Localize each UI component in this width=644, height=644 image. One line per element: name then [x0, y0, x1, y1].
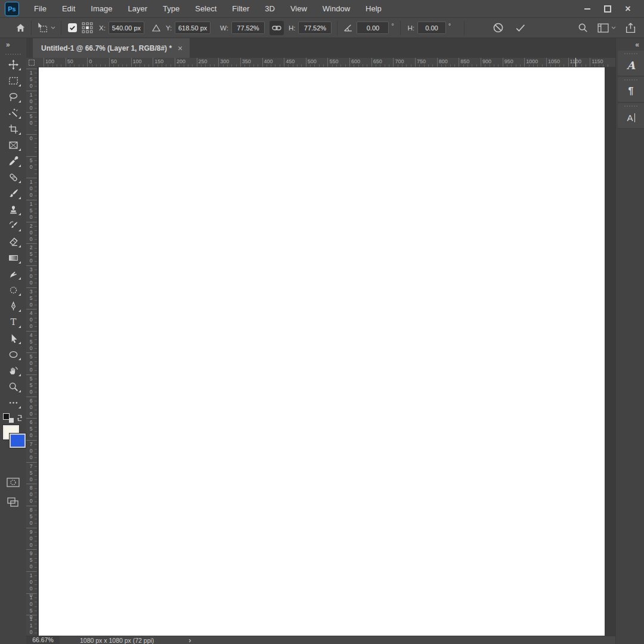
background-color-swatch[interactable]	[10, 434, 26, 448]
menu-file[interactable]: File	[26, 0, 54, 17]
v-ruler-label: 650	[28, 419, 33, 439]
relative-positioning-icon[interactable]	[151, 24, 161, 32]
commit-transform-icon[interactable]	[515, 22, 526, 33]
document-tab[interactable]: Untitled-1 @ 66.7% (Layer 1, RGB/8#) * ×	[33, 38, 190, 58]
menu-window[interactable]: Window	[315, 0, 358, 17]
dodge-tool[interactable]	[0, 282, 26, 298]
rectangular-marquee-tool[interactable]	[0, 73, 26, 89]
menu-view[interactable]: View	[283, 0, 315, 17]
history-brush-tool[interactable]	[0, 218, 26, 234]
status-bar: 66.67% 1080 px x 1080 px (72 ppi) ›	[26, 636, 615, 644]
quick-mask-mode-icon[interactable]	[7, 478, 20, 490]
v-ruler-tick	[26, 593, 37, 594]
horizontal-skew-label: H:	[407, 24, 414, 32]
magic-wand-tool[interactable]	[0, 105, 26, 121]
y-position-input[interactable]	[175, 21, 210, 34]
swap-colors-icon[interactable]	[16, 413, 24, 424]
eraser-tool[interactable]	[0, 234, 26, 250]
vertical-ruler[interactable]: 1501005005010015020025030035040045050055…	[26, 67, 37, 636]
menu-edit[interactable]: Edit	[54, 0, 83, 17]
expand-tools-panel-icon[interactable]: »	[0, 38, 26, 49]
transform-tool-icon[interactable]	[37, 22, 48, 33]
spot-healing-brush-tool[interactable]	[0, 169, 26, 185]
search-icon[interactable]	[578, 23, 588, 33]
h-ruler-label: 100	[133, 58, 142, 64]
v-ruler-label: 100	[28, 179, 33, 199]
move-tool[interactable]	[0, 57, 26, 73]
status-options-chevron-icon[interactable]: ›	[188, 637, 191, 644]
path-selection-tool[interactable]	[0, 330, 26, 346]
zoom-tool[interactable]	[0, 379, 26, 395]
tools-panel-grip[interactable]	[5, 54, 21, 55]
v-ruler-label: 100	[28, 92, 33, 112]
zoom-level-field[interactable]: 66.67%	[26, 636, 60, 644]
h-ruler-tick	[371, 58, 372, 67]
v-ruler-label: 500	[28, 354, 33, 373]
canvas[interactable]	[39, 67, 605, 636]
svg-text:T: T	[10, 317, 16, 327]
rotate-angle-input[interactable]	[357, 21, 389, 34]
maintain-aspect-ratio-icon[interactable]	[270, 21, 284, 35]
v-ruler-label: 900	[28, 529, 33, 549]
frame-tool[interactable]	[0, 137, 26, 153]
smudge-tool[interactable]	[0, 266, 26, 282]
toggle-reference-point-checkbox[interactable]	[68, 23, 77, 32]
options-bar: X: Y: W: H: ° H: °	[0, 18, 644, 38]
horizontal-skew-input[interactable]	[417, 21, 446, 34]
v-ruler-tick	[26, 178, 37, 178]
v-ruler-tick	[26, 134, 37, 135]
menu-filter[interactable]: Filter	[224, 0, 257, 17]
reference-point-locator[interactable]	[82, 22, 93, 33]
panel-glyphs-button[interactable]: A	[618, 103, 644, 129]
workspace-switcher-icon[interactable]	[597, 23, 616, 33]
lasso-tool[interactable]	[0, 89, 26, 105]
h-ruler-tick	[218, 58, 219, 67]
menu-help[interactable]: Help	[358, 0, 389, 17]
document-tab-title: Untitled-1 @ 66.7% (Layer 1, RGB/8#) *	[41, 44, 172, 52]
v-ruler-tick	[26, 69, 37, 69]
share-icon[interactable]	[626, 23, 636, 33]
pen-tool[interactable]	[0, 298, 26, 314]
panel-paragraph-button[interactable]: ¶	[618, 77, 644, 103]
x-position-input[interactable]	[109, 21, 144, 34]
screen-mode-icon[interactable]	[7, 497, 19, 510]
maximize-button[interactable]	[597, 2, 618, 16]
tool-preset-chevron-icon[interactable]	[51, 26, 55, 29]
minimize-button[interactable]	[577, 2, 597, 16]
eyedropper-tool[interactable]	[0, 153, 26, 169]
type-tool[interactable]: T	[0, 314, 26, 330]
edit-toolbar-tool[interactable]	[0, 395, 26, 411]
gradient-tool[interactable]	[0, 250, 26, 266]
panel-dock: « A¶A	[615, 38, 644, 644]
menu-select[interactable]: Select	[187, 0, 224, 17]
v-ruler-label: 150	[28, 70, 33, 89]
hand-tool[interactable]	[0, 363, 26, 379]
height-input[interactable]	[298, 21, 332, 34]
horizontal-ruler[interactable]: 1005005010015020025030035040045050055060…	[37, 58, 615, 67]
h-ruler-label: 700	[395, 58, 404, 64]
panel-character-button[interactable]: A	[618, 51, 644, 76]
menu-layer[interactable]: Layer	[120, 0, 156, 17]
crop-tool[interactable]	[0, 121, 26, 137]
v-ruler-tick	[26, 506, 37, 506]
cancel-transform-icon[interactable]	[493, 22, 504, 33]
close-button[interactable]: ×	[618, 2, 638, 16]
close-icon: ×	[625, 4, 630, 14]
ellipse-tool[interactable]	[0, 346, 26, 363]
v-ruler-label: 800	[28, 485, 33, 504]
clone-stamp-tool[interactable]	[0, 202, 26, 218]
h-ruler-label: 550	[329, 58, 338, 64]
v-ruler-tick	[26, 112, 37, 113]
home-icon[interactable]	[16, 23, 26, 33]
ruler-origin-corner[interactable]	[26, 58, 37, 67]
collapse-panels-icon[interactable]: «	[616, 38, 644, 50]
width-input[interactable]	[231, 21, 265, 34]
menu-image[interactable]: Image	[83, 0, 120, 17]
v-ruler-tick	[26, 265, 37, 266]
v-ruler-tick	[26, 309, 37, 309]
brush-tool[interactable]	[0, 185, 26, 202]
default-colors-icon[interactable]	[3, 413, 14, 423]
menu-type[interactable]: Type	[155, 0, 187, 17]
tab-close-icon[interactable]: ×	[178, 44, 182, 52]
menu-3d[interactable]: 3D	[257, 0, 283, 17]
